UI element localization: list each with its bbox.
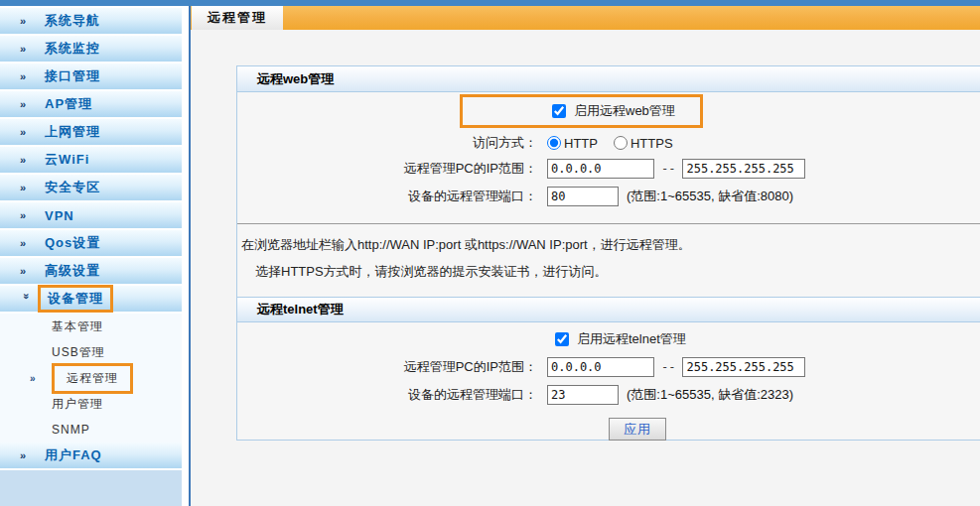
remote-management-panel: 远程web管理 启用远程web管理 访问方式： HTTP HTTPS <box>236 65 980 441</box>
enable-web-row: 启用远程web管理 <box>237 94 980 128</box>
telnet-ip-start-input[interactable] <box>547 357 654 377</box>
enable-remote-web-checkbox[interactable] <box>552 104 566 118</box>
chevron-right-icon: » <box>20 183 32 193</box>
section-divider-line <box>237 223 980 224</box>
chevron-down-icon: » <box>21 293 32 305</box>
sidebar-item-snmp[interactable]: SNMP <box>0 417 182 443</box>
sidebar-item-user-management[interactable]: 用户管理 <box>0 391 182 417</box>
section-title: 远程telnet管理 <box>257 301 344 318</box>
web-note-line1: 在浏览器地址栏输入http://WAN IP:port 或https://WAN… <box>237 236 980 254</box>
sidebar-item-label: 安全专区 <box>45 179 100 196</box>
sidebar-item-vpn[interactable]: » VPN <box>0 202 182 228</box>
sidebar-item-label: VPN <box>45 208 74 223</box>
sidebar-nav: » 系统导航 » 系统监控 » 接口管理 » AP管理 » 上网管理 » 云Wi… <box>0 6 182 506</box>
http-radio-label: HTTP <box>564 136 598 151</box>
web-port-input[interactable] <box>547 187 619 206</box>
sidebar-item-usb-management[interactable]: USB管理 <box>0 339 182 365</box>
sub-item-label: 用户管理 <box>52 396 103 413</box>
sidebar-item-internet-management[interactable]: » 上网管理 <box>0 119 182 145</box>
apply-button[interactable]: 应用 <box>609 418 666 441</box>
sidebar-item-label: 用户FAQ <box>45 446 102 464</box>
chevron-right-icon: » <box>20 266 32 277</box>
web-port-hint: (范围:1~65535, 缺省值:8080) <box>627 188 793 205</box>
web-ip-start-input[interactable] <box>547 159 654 179</box>
sidebar-item-advanced-settings[interactable]: » 高级设置 <box>0 258 182 284</box>
sub-item-label: 基本管理 <box>52 318 103 335</box>
chevron-right-icon: » <box>20 16 32 27</box>
section-title: 远程web管理 <box>257 70 334 88</box>
chevron-right-icon: » <box>20 71 32 82</box>
chevron-right-icon: » <box>20 99 32 110</box>
sidebar-item-security-zone[interactable]: » 安全专区 <box>0 175 182 200</box>
telnet-port-label: 设备的远程管理端口： <box>237 386 547 404</box>
sidebar-item-system-navigation[interactable]: » 系统导航 <box>0 8 182 34</box>
access-method-label: 访问方式： <box>237 134 547 152</box>
sidebar-item-label: 接口管理 <box>45 67 100 85</box>
http-radio[interactable] <box>547 136 561 150</box>
sidebar-item-basic-management[interactable]: 基本管理 <box>0 314 182 339</box>
sub-item-label: SNMP <box>52 423 90 437</box>
apply-button-row: 应用 <box>237 418 980 441</box>
ip-range-separator: -- <box>661 360 675 374</box>
web-ip-end-input[interactable] <box>682 159 805 179</box>
enable-remote-telnet-label: 启用远程telnet管理 <box>577 330 686 348</box>
remote-web-section-header: 远程web管理 <box>237 66 980 92</box>
arrow-right-icon: » <box>30 373 52 384</box>
sidebar-item-label: 上网管理 <box>45 123 100 141</box>
sidebar-item-label: AP管理 <box>45 95 92 113</box>
telnet-port-input[interactable] <box>547 385 619 405</box>
telnet-ip-range-label: 远程管理PC的IP范围： <box>237 358 547 376</box>
remote-telnet-section-header: 远程telnet管理 <box>237 297 980 322</box>
web-ip-range-row: 远程管理PC的IP范围： -- <box>237 156 980 182</box>
sidebar-item-interface-management[interactable]: » 接口管理 <box>0 63 182 89</box>
chevron-right-icon: » <box>20 450 32 461</box>
telnet-ip-end-input[interactable] <box>682 357 805 377</box>
sidebar-item-label: 云WiFi <box>45 151 89 169</box>
sub-item-label: USB管理 <box>52 344 105 361</box>
device-management-highlight: 设备管理 <box>38 285 113 313</box>
telnet-ip-range-row: 远程管理PC的IP范围： -- <box>237 354 980 380</box>
web-port-label: 设备的远程管理端口： <box>237 188 547 205</box>
web-note-line2: 选择HTTPS方式时，请按浏览器的提示安装证书，进行访问。 <box>237 263 980 281</box>
ip-range-separator: -- <box>661 162 675 176</box>
main-content: 远程web管理 启用远程web管理 访问方式： HTTP HTTPS <box>191 30 980 506</box>
sidebar-item-device-management[interactable]: » 设备管理 <box>0 286 182 312</box>
sidebar-item-user-faq[interactable]: » 用户FAQ <box>0 443 182 468</box>
sidebar-filler <box>0 470 182 506</box>
sidebar-item-remote-management[interactable]: » 远程管理 <box>0 365 182 391</box>
sidebar-item-ap-management[interactable]: » AP管理 <box>0 91 182 117</box>
sidebar-item-qos-settings[interactable]: » Qos设置 <box>0 230 182 256</box>
remote-management-highlight: 远程管理 <box>52 363 133 394</box>
web-ip-range-label: 远程管理PC的IP范围： <box>237 160 547 178</box>
chevron-right-icon: » <box>20 238 32 249</box>
chevron-right-icon: » <box>20 155 32 166</box>
tab-strip: 远程管理 <box>191 6 980 30</box>
web-port-row: 设备的远程管理端口： (范围:1~65535, 缺省值:8080) <box>237 184 980 209</box>
sidebar-item-label: 系统导航 <box>45 12 100 30</box>
https-radio[interactable] <box>614 136 628 150</box>
telnet-port-row: 设备的远程管理端口： (范围:1~65535, 缺省值:2323) <box>237 382 980 408</box>
chevron-right-icon: » <box>20 44 32 55</box>
enable-telnet-row: 启用远程telnet管理 <box>237 328 980 350</box>
chevron-right-icon: » <box>20 127 32 138</box>
chevron-right-icon: » <box>20 210 32 221</box>
device-management-submenu: 基本管理 USB管理 » 远程管理 用户管理 SNMP <box>0 314 182 443</box>
access-method-row: 访问方式： HTTP HTTPS <box>237 132 980 154</box>
tab-remote-management[interactable]: 远程管理 <box>192 6 283 30</box>
sidebar-item-system-monitor[interactable]: » 系统监控 <box>0 36 182 62</box>
enable-remote-web-label: 启用远程web管理 <box>574 102 675 120</box>
sidebar-item-label: 高级设置 <box>45 262 100 280</box>
sidebar-item-label: 系统监控 <box>45 40 100 58</box>
https-radio-label: HTTPS <box>630 136 673 151</box>
enable-web-highlight: 启用远程web管理 <box>460 94 703 128</box>
enable-remote-telnet-checkbox[interactable] <box>555 332 569 346</box>
sidebar-item-label: Qos设置 <box>45 234 100 252</box>
telnet-port-hint: (范围:1~65535, 缺省值:2323) <box>627 386 793 404</box>
sidebar-item-cloud-wifi[interactable]: » 云WiFi <box>0 147 182 173</box>
